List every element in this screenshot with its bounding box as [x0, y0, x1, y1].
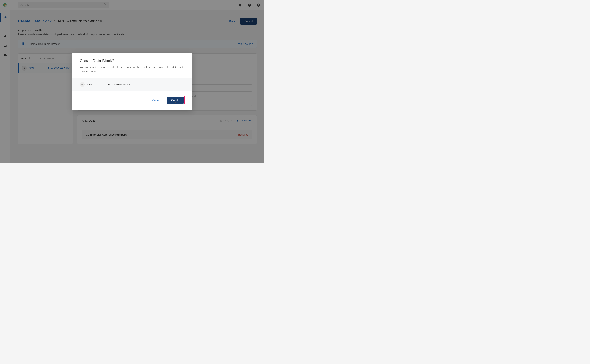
svg-point-14	[82, 84, 82, 85]
modal-asset-row: ESN Trent XWB-84 BICX2	[72, 78, 192, 91]
modal-asset-label: ESN	[87, 83, 92, 86]
create-button-highlight: Create	[166, 96, 185, 104]
cancel-button[interactable]: Cancel	[152, 99, 161, 102]
modal-title: Create Data Block?	[80, 58, 185, 63]
engine-icon	[80, 82, 85, 87]
create-button[interactable]: Create	[167, 97, 184, 104]
create-data-block-modal: Create Data Block? You are about to crea…	[72, 53, 192, 110]
modal-asset-model: Trent XWB-84 BICX2	[105, 83, 130, 86]
modal-description: You are about to create a data block to …	[80, 65, 185, 73]
